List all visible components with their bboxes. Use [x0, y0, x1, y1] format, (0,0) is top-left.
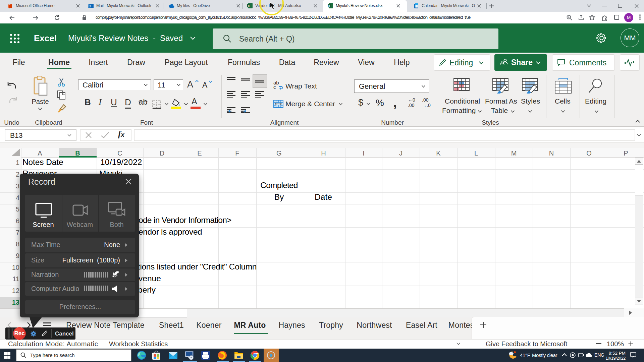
- svg-text:X: X: [248, 4, 250, 8]
- svg-text:X: X: [328, 4, 330, 8]
